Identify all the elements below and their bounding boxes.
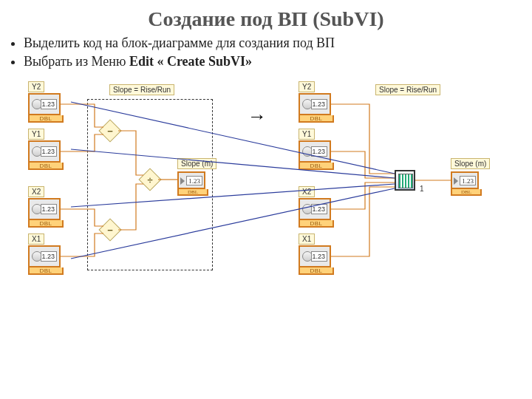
terminal-x2-left[interactable]: 1.23DBL	[28, 198, 61, 220]
label-slope-m-left: Slope (m)	[177, 158, 216, 169]
label-y2-left: Y2	[28, 81, 44, 92]
terminal-y2-right[interactable]: 1.23DBL	[299, 93, 331, 115]
terminal-x1-right[interactable]: 1.23DBL	[299, 245, 331, 267]
page-title: Создание под ВП (SubVI)	[0, 7, 532, 31]
arrow-icon: →	[248, 105, 267, 128]
subvi-index-label: 1	[420, 185, 424, 193]
label-y2-right: Y2	[299, 81, 315, 92]
terminal-y1-left[interactable]: 1.23DBL	[28, 140, 61, 163]
terminal-y1-right[interactable]: 1.23DBL	[299, 140, 331, 163]
terminal-y2-left[interactable]: 1.23DBL	[28, 93, 61, 115]
label-x2-left: X2	[28, 186, 44, 197]
terminal-x1-left[interactable]: 1.23DBL	[28, 245, 61, 267]
label-x1-left: X1	[28, 233, 44, 245]
indicator-slope-left[interactable]: 1.23DBL	[177, 171, 205, 189]
bullet-2: Выбрать из Меню Edit « Create SubVI»	[24, 54, 532, 69]
label-y1-left: Y1	[28, 129, 44, 140]
label-y1-right: Y1	[299, 129, 315, 140]
label-slope-m-right: Slope (m)	[451, 158, 490, 169]
label-slope-formula-right: Slope = Rise/Run	[375, 84, 440, 95]
label-x1-right: X1	[299, 233, 315, 245]
label-x2-right: X2	[299, 186, 315, 197]
subvi-icon[interactable]	[395, 170, 415, 191]
diagram-canvas: Slope = Rise/Run Y2 1.23DBL Y1 1.23DBL X…	[0, 75, 532, 356]
indicator-slope-right[interactable]: 1.23DBL	[451, 171, 479, 189]
label-slope-formula-left: Slope = Rise/Run	[109, 84, 174, 95]
bullet-list: Выделить код на блок-диаграмме для созда…	[24, 35, 532, 69]
bullet-1: Выделить код на блок-диаграмме для созда…	[24, 35, 532, 51]
terminal-x2-right[interactable]: 1.23DBL	[299, 198, 331, 220]
